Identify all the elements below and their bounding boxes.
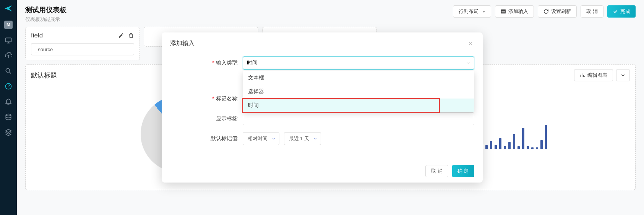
dropdown-option-selector[interactable]: 选择器 [243,85,474,99]
display-label-label: 显示标签: [170,115,239,122]
dropdown-option-textbox[interactable]: 文本框 [243,71,474,85]
input-type-select[interactable] [243,57,474,70]
default-time-type-select[interactable]: 相对时间 [243,132,279,145]
add-input-modal: 添加输入 *输入类型: 文本框 选择器 时间 [162,32,483,183]
close-icon[interactable] [467,40,474,47]
modal-confirm-button[interactable]: 确 定 [452,165,474,177]
display-label-input[interactable] [243,112,474,125]
input-type-label: *输入类型: [170,60,239,66]
input-type-dropdown: 文本框 选择器 时间 [243,71,474,112]
highlight-box [242,98,440,113]
default-time-range-select[interactable]: 最近 1 天 [284,132,321,145]
default-value-label: 默认标记值: [170,135,239,142]
chevron-down-icon [271,136,276,141]
modal-cancel-button[interactable]: 取 消 [425,165,448,177]
chevron-down-icon [313,136,318,141]
tag-name-label: *标记名称: [170,95,239,102]
modal-title: 添加输入 [170,39,195,47]
dropdown-option-time[interactable]: 时间 [243,99,474,112]
